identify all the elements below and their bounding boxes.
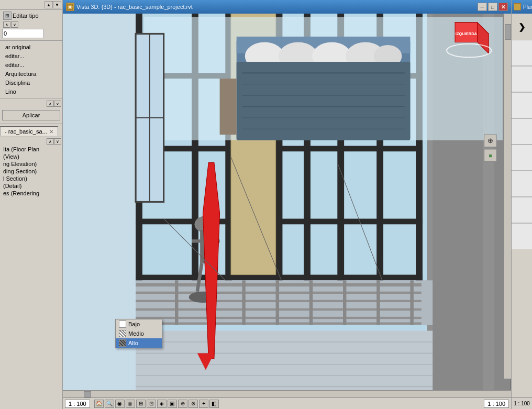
view-chevron-down[interactable]: ∨	[54, 138, 61, 145]
chevron-up-btn[interactable]: ∧	[3, 21, 10, 28]
floor-plan-item[interactable]: Ita (Floor Plan	[0, 146, 62, 153]
svg-rect-52	[220, 79, 237, 135]
detail-level-popup: Bajo Medio Alto	[115, 319, 162, 348]
v-scroll-thumb[interactable]	[505, 24, 511, 40]
status-icon-3[interactable]: ◉	[115, 400, 125, 408]
close-button[interactable]: ✕	[498, 3, 508, 11]
alto-label: Alto	[128, 340, 138, 346]
tab-label: - rac_basic_sa...	[5, 128, 47, 135]
status-bar: 1 : 100 🏠 🔍 ◉ ◎ ⊞ ⊡ ◈ ▣ ⊕ ⊗ ✦ ◧ 1 : 100	[63, 397, 511, 409]
chevron-down-btn[interactable]: ∨	[11, 21, 18, 28]
alto-pattern	[119, 339, 126, 347]
svg-rect-66	[376, 280, 380, 325]
svg-text:■: ■	[489, 152, 492, 159]
status-icon-7[interactable]: ◈	[157, 400, 167, 408]
status-icon-5[interactable]: ⊞	[136, 400, 146, 408]
status-icons: 🏠 🔍 ◉ ◎ ⊞ ⊡ ◈ ▣ ⊕ ⊗ ✦ ◧	[94, 400, 219, 408]
tab-rac-basic[interactable]: - rac_basic_sa... ✕	[0, 126, 58, 136]
chevron-down-btn2[interactable]: ∨	[54, 101, 61, 107]
menu-section: ar original editar... editar... Arquitec…	[0, 42, 62, 97]
bajo-label: Bajo	[128, 321, 140, 327]
svg-rect-32	[136, 146, 423, 152]
section-arrows2: ∧ ∨	[0, 100, 62, 108]
divider1	[0, 40, 62, 41]
svg-rect-63	[276, 280, 279, 325]
bajo-checkbox	[119, 320, 126, 328]
status-icon-8[interactable]: ▣	[168, 400, 177, 408]
detail-alto[interactable]: Alto	[116, 338, 162, 348]
view-list-section: ∧ ∨ Ita (Floor Plan (View) ng Elevation)…	[0, 137, 62, 197]
h-scrollbar[interactable]	[63, 390, 511, 397]
right-panel: Plano ❯ 1 : 100	[511, 0, 532, 409]
svg-rect-64	[309, 280, 313, 325]
view-item-1[interactable]: ng Elevation)	[0, 160, 62, 168]
svg-text:IZQUIERDA: IZQUIERDA	[456, 31, 478, 36]
svg-rect-99	[515, 5, 519, 9]
disciplina-item[interactable]: Disciplina	[2, 79, 60, 87]
scroll-up-arrow[interactable]: ▲	[45, 1, 53, 8]
svg-text:3D: 3D	[68, 5, 73, 9]
right-panel-header: Plano	[512, 0, 532, 14]
type-section: ⊞ Editar tipo ∧ ∨	[0, 10, 62, 39]
arquitectura-item[interactable]: Arquitectura	[2, 70, 60, 78]
scale-label[interactable]: 1 : 100	[65, 400, 90, 408]
svg-rect-60	[175, 280, 178, 325]
ar-original-item[interactable]: ar original	[2, 43, 60, 51]
status-icon-10[interactable]: ⊗	[189, 400, 198, 408]
svg-rect-65	[343, 280, 346, 325]
left-panel: ▲ ▼ ⊞ Editar tipo ∧ ∨ ar original editar…	[0, 0, 63, 409]
window-title: Vista 3D: {3D} - rac_basic_sample_projec…	[76, 4, 478, 10]
window-title-bar: 3D Vista 3D: {3D} - rac_basic_sample_pro…	[63, 0, 511, 14]
view-item-2[interactable]: ding Section)	[0, 168, 62, 175]
lino-item[interactable]: Lino	[2, 87, 60, 96]
tab-bar: - rac_basic_sa... ✕	[0, 125, 62, 136]
right-panel-icon	[514, 3, 521, 10]
maximize-button[interactable]: □	[488, 3, 497, 11]
v-scrollbar[interactable]	[504, 14, 511, 379]
medio-label: Medio	[128, 330, 144, 337]
divider2	[0, 98, 62, 98]
minimize-button[interactable]: ─	[478, 3, 487, 11]
tab-close-icon[interactable]: ✕	[49, 129, 53, 135]
ruler-svg	[512, 40, 532, 249]
view-item-5[interactable]: es (Rendering	[0, 190, 62, 197]
detail-medio[interactable]: Medio	[116, 329, 162, 338]
status-icon-11[interactable]: ✦	[199, 400, 208, 408]
svg-rect-62	[242, 280, 245, 325]
status-icon-12[interactable]: ◧	[209, 400, 219, 408]
view-item-0[interactable]: (View)	[0, 153, 62, 160]
apply-button[interactable]: Aplicar	[2, 110, 60, 120]
view-item-4[interactable]: (Detail)	[0, 182, 62, 190]
view-section-arrows: ∧ ∨	[0, 137, 62, 146]
app-icon: 3D	[66, 3, 74, 11]
editar2-item[interactable]: editar...	[2, 61, 60, 69]
view-chevron-up[interactable]: ∧	[47, 138, 54, 145]
scale-right-label[interactable]: 1 : 100	[484, 400, 509, 408]
view-item-3[interactable]: l Section)	[0, 175, 62, 182]
right-panel-title: Plano	[523, 4, 532, 10]
edit-type-label: Editar tipo	[13, 13, 39, 19]
scroll-down-arrow[interactable]: ▼	[53, 1, 61, 8]
collapse-arrow[interactable]: ❯	[514, 14, 530, 40]
main-area: 3D Vista 3D: {3D} - rac_basic_sample_pro…	[63, 0, 511, 409]
status-icon-9[interactable]: ⊕	[178, 400, 187, 408]
detail-bajo[interactable]: Bajo	[116, 319, 162, 329]
panel-top: ▲ ▼	[0, 0, 62, 10]
editar1-item[interactable]: editar...	[2, 52, 60, 60]
status-icon-6[interactable]: ⊡	[147, 400, 156, 408]
chevron-up-btn2[interactable]: ∧	[47, 101, 54, 107]
h-scroll-thumb[interactable]	[84, 391, 91, 397]
svg-rect-33	[136, 219, 423, 225]
viewport-3d[interactable]: IZQUIERDA ⊕ ■ Bajo Medio	[63, 14, 511, 390]
right-panel-scale: 1 : 100	[512, 397, 532, 409]
section-divider1: ∧ ∨	[2, 21, 60, 28]
status-icon-4[interactable]: ◎	[126, 400, 135, 408]
svg-text:⊕: ⊕	[487, 137, 493, 145]
edit-type-icon: ⊞	[3, 12, 12, 20]
status-icon-2[interactable]: 🔍	[105, 400, 114, 408]
right-panel-body	[512, 40, 532, 397]
edit-type-row[interactable]: ⊞ Editar tipo	[2, 11, 60, 20]
window-controls: ─ □ ✕	[478, 3, 508, 11]
value-input[interactable]	[2, 29, 44, 38]
status-icon-1[interactable]: 🏠	[94, 400, 104, 408]
